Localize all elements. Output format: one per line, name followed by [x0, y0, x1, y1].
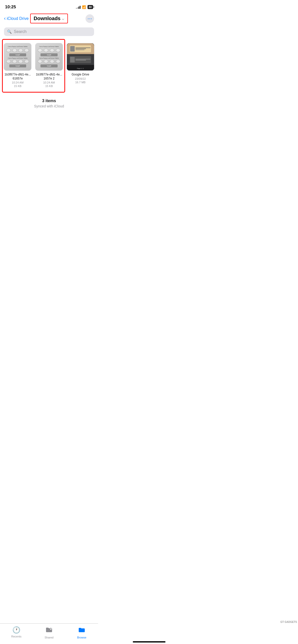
search-bar[interactable]: 🔍 Search	[4, 27, 94, 36]
file-thumbnail-3: Page 1 / 1	[67, 43, 94, 71]
file-name: Google Drive	[72, 73, 89, 77]
title-container[interactable]: Downloads ⌵	[30, 14, 68, 23]
file-name: 1b3f877e-dfd1-4e...1657e 2	[35, 73, 63, 80]
sync-info: 3 items Synced with iCloud	[0, 93, 98, 112]
status-icons: 📶 80	[76, 5, 93, 9]
file-date: 23/09/22	[75, 77, 86, 80]
ellipsis-icon: ···	[88, 15, 92, 22]
file-size: 15 KB	[14, 85, 21, 88]
item-count: 3 items	[0, 99, 98, 103]
back-button[interactable]: ‹ iCloud Drive	[4, 16, 29, 21]
search-icon: 🔍	[7, 29, 12, 34]
page-title: Downloads	[34, 16, 61, 21]
main-content: Carica Papaya Leaf Extract Tablets Carip…	[0, 39, 98, 142]
status-bar: 10:25 📶 80	[0, 0, 98, 13]
status-time: 10:25	[5, 5, 16, 10]
file-time: 10:24 AM	[43, 81, 55, 84]
file-thumbnail-2: Carica Papaya Leaf Extract Tablets Carip…	[35, 43, 63, 71]
list-item[interactable]: Carica Papaya Leaf Extract Tablets Carip…	[2, 41, 33, 91]
file-size: 16.7 MB	[75, 81, 86, 84]
list-item[interactable]: Carica Papaya Leaf Extract Tablets Carip…	[33, 41, 65, 91]
sync-label: Synced with iCloud	[0, 104, 98, 108]
file-name: 1b3f877e-dfd1-4e...61657e	[4, 73, 31, 80]
search-placeholder: Search	[14, 29, 27, 34]
back-chevron-icon: ‹	[4, 15, 6, 21]
back-label: iCloud Drive	[7, 16, 29, 21]
more-button[interactable]: ···	[86, 14, 94, 23]
list-item[interactable]: Page 1 / 1 Google Drive 23/09/22 16.7 MB	[65, 41, 96, 91]
wifi-icon: 📶	[82, 5, 86, 9]
file-thumbnail-1: Carica Papaya Leaf Extract Tablets Carip…	[4, 43, 31, 71]
dropdown-chevron-icon: ⌵	[62, 16, 64, 21]
search-container: 🔍 Search	[0, 25, 98, 39]
file-size: 15 KB	[45, 85, 53, 88]
battery-icon: 80	[88, 5, 93, 9]
signal-icon	[76, 5, 80, 9]
file-time: 10:24 AM	[12, 81, 23, 84]
nav-bar: ‹ iCloud Drive Downloads ⌵ ···	[0, 13, 98, 25]
